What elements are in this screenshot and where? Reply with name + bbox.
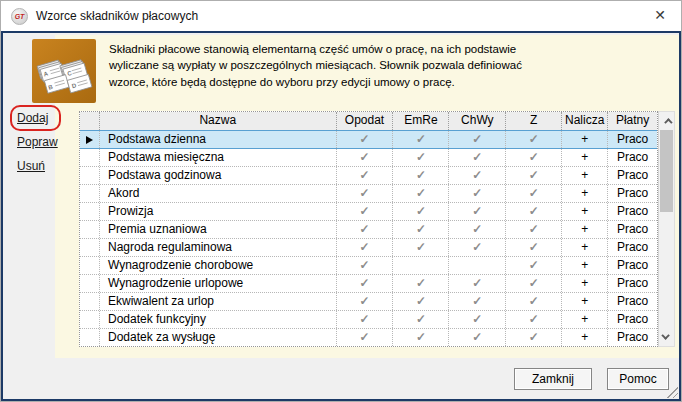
checkmark-icon: ✓ xyxy=(359,150,369,164)
checkmark-icon: ✓ xyxy=(416,150,426,164)
check-cell-chwy: ✓ xyxy=(449,221,506,238)
check-cell-opodat: ✓ xyxy=(337,239,394,256)
row-selector-cell xyxy=(80,293,100,310)
check-cell-chwy xyxy=(449,257,506,274)
checkmark-icon: ✓ xyxy=(472,168,482,182)
checkmark-icon: ✓ xyxy=(529,312,539,326)
description-line: wzorce, które będą dostępne do wyboru pr… xyxy=(109,74,522,90)
row-name-cell: Podstawa miesięczna xyxy=(100,149,337,166)
table-row[interactable]: Dodatek za wysługę✓✓✓✓+Praco xyxy=(80,329,657,346)
platny-cell: Praco xyxy=(608,167,657,184)
zamknij-button[interactable]: Zamknij xyxy=(514,368,592,390)
nalicza-cell: + xyxy=(562,185,608,202)
checkmark-icon: ✓ xyxy=(359,312,369,326)
checkmark-icon: ✓ xyxy=(359,186,369,200)
check-cell-opodat: ✓ xyxy=(337,275,394,292)
checkmark-icon: ✓ xyxy=(416,204,426,218)
checkmark-icon: ✓ xyxy=(529,276,539,290)
platny-cell: Praco xyxy=(608,329,657,346)
payroll-grid: NazwaOpodatEmReChWyZNaliczaPłatny Podsta… xyxy=(79,111,675,347)
check-cell-emre: ✓ xyxy=(393,185,449,202)
row-selector-cell xyxy=(80,329,100,346)
check-cell-chwy: ✓ xyxy=(449,131,506,148)
table-row[interactable]: Wynagrodzenie urlopowe✓✓✓✓+Praco xyxy=(80,275,657,293)
table-row[interactable]: Podstawa dzienna✓✓✓✓+Praco xyxy=(80,131,657,149)
row-name-cell: Nagroda regulaminowa xyxy=(100,239,337,256)
checkmark-icon: ✓ xyxy=(416,276,426,290)
check-cell-z: ✓ xyxy=(506,203,562,220)
row-selector-cell xyxy=(80,239,100,256)
action-link-usuń[interactable]: Usuń xyxy=(17,160,45,173)
description-line: Składniki płacowe stanowią elementarną c… xyxy=(109,41,522,57)
action-link-popraw[interactable]: Popraw xyxy=(17,136,58,149)
checkmark-icon: ✓ xyxy=(416,294,426,308)
table-row[interactable]: Premia uznaniowa✓✓✓✓+Praco xyxy=(80,221,657,239)
checkmark-icon: ✓ xyxy=(359,168,369,182)
check-cell-emre: ✓ xyxy=(393,329,449,346)
check-cell-z: ✓ xyxy=(506,239,562,256)
table-row[interactable]: Wynagrodzenie chorobowe✓✓+Praco xyxy=(80,257,657,275)
table-row[interactable]: Ekwiwalent za urlop✓✓✓✓+Praco xyxy=(80,293,657,311)
check-cell-emre: ✓ xyxy=(393,131,449,148)
check-cell-chwy: ✓ xyxy=(449,167,506,184)
checkmark-icon: ✓ xyxy=(359,204,369,218)
table-row[interactable]: Akord✓✓✓✓+Praco xyxy=(80,185,657,203)
row-selector-cell xyxy=(80,221,100,238)
checkmark-icon: ✓ xyxy=(529,150,539,164)
action-link-dodaj[interactable]: Dodaj xyxy=(17,112,48,125)
table-row[interactable]: Podstawa miesięczna✓✓✓✓+Praco xyxy=(80,149,657,167)
dialog-content: A B C D Składniki płacowe stanowią eleme… xyxy=(1,31,681,401)
check-cell-z: ✓ xyxy=(506,149,562,166)
check-cell-opodat: ✓ xyxy=(337,149,394,166)
table-header-row: NazwaOpodatEmReChWyZNaliczaPłatny xyxy=(80,112,657,131)
checkmark-icon: ✓ xyxy=(359,294,369,308)
scrollbar-thumb[interactable] xyxy=(660,130,673,212)
table-row[interactable]: Dodatek funkcyjny✓✓✓✓+Praco xyxy=(80,311,657,329)
check-cell-emre xyxy=(393,257,449,274)
checkmark-icon: ✓ xyxy=(359,132,369,146)
checkmark-icon: ✓ xyxy=(359,330,369,344)
table-row[interactable]: Nagroda regulaminowa✓✓✓✓+Praco xyxy=(80,239,657,257)
checkmark-icon: ✓ xyxy=(472,150,482,164)
checkmark-icon: ✓ xyxy=(416,240,426,254)
row-name-cell: Akord xyxy=(100,185,337,202)
checkmark-icon: ✓ xyxy=(529,168,539,182)
check-cell-chwy: ✓ xyxy=(449,203,506,220)
checkmark-icon: ✓ xyxy=(529,186,539,200)
table-row[interactable]: Podstawa godzinowa✓✓✓✓+Praco xyxy=(80,167,657,185)
nalicza-cell: + xyxy=(562,275,608,292)
check-cell-opodat: ✓ xyxy=(337,167,394,184)
vertical-scrollbar[interactable] xyxy=(658,111,675,347)
check-cell-chwy: ✓ xyxy=(449,149,506,166)
checkmark-icon: ✓ xyxy=(416,330,426,344)
row-name-cell: Dodatek funkcyjny xyxy=(100,311,337,328)
platny-cell: Praco xyxy=(608,311,657,328)
platny-cell: Praco xyxy=(608,131,657,148)
pomoc-button[interactable]: Pomoc xyxy=(607,368,669,390)
action-links: DodajPoprawUsuń xyxy=(17,112,58,184)
platny-cell: Praco xyxy=(608,221,657,238)
close-icon[interactable]: ✕ xyxy=(654,8,666,22)
check-cell-z: ✓ xyxy=(506,329,562,346)
check-cell-chwy: ✓ xyxy=(449,275,506,292)
check-cell-emre: ✓ xyxy=(393,311,449,328)
check-cell-opodat: ✓ xyxy=(337,329,394,346)
row-selector-cell xyxy=(80,311,100,328)
app-gt-icon: GT xyxy=(11,8,28,25)
checkmark-icon: ✓ xyxy=(529,204,539,218)
row-selector-cell xyxy=(80,203,100,220)
scroll-up-icon[interactable] xyxy=(659,113,674,129)
row-selector-cell xyxy=(80,275,100,292)
table-row[interactable]: Prowizja✓✓✓✓+Praco xyxy=(80,203,657,221)
platny-cell: Praco xyxy=(608,149,657,166)
checkmark-icon: ✓ xyxy=(529,240,539,254)
checkmark-icon: ✓ xyxy=(472,204,482,218)
scroll-down-icon[interactable] xyxy=(659,329,674,345)
nalicza-cell: + xyxy=(562,329,608,346)
table-rows: Podstawa dzienna✓✓✓✓+PracoPodstawa miesi… xyxy=(80,131,657,346)
checkmark-icon: ✓ xyxy=(359,276,369,290)
platny-cell: Praco xyxy=(608,275,657,292)
check-cell-emre: ✓ xyxy=(393,203,449,220)
check-cell-z: ✓ xyxy=(506,221,562,238)
platny-cell: Praco xyxy=(608,293,657,310)
